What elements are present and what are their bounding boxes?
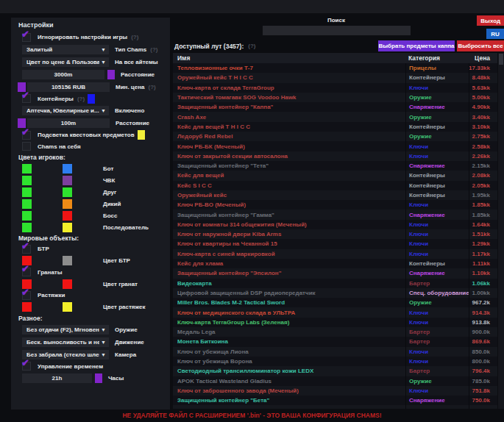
table-row[interactable]: Медаль LegaБартер900.0k <box>173 327 497 337</box>
dropdown[interactable]: Без отдачи (F2), Мгновенное п▼ <box>22 325 109 335</box>
check-icon: ✔ <box>21 241 29 251</box>
scrollbar-thumb[interactable] <box>499 54 503 65</box>
color-swatch[interactable] <box>22 187 32 197</box>
checkbox[interactable]: ✔ <box>22 131 31 140</box>
color-swatch[interactable] <box>22 164 32 174</box>
table-row[interactable]: Ледоруб Red RebelОружие2.75kk <box>173 132 497 141</box>
dropdown[interactable]: Аптечка, Ювелирные и...▼ <box>22 106 109 115</box>
help-icon[interactable]: (?) <box>150 46 157 53</box>
table-row[interactable]: Монета БиткоинаБартер869.6k <box>173 337 497 346</box>
table-row[interactable]: Ключ от убежища ЛионаКлючи850.0k <box>173 347 497 357</box>
scrollbar[interactable] <box>498 53 504 409</box>
table-row[interactable]: Crash AxeОружие3.40kk <box>173 112 497 121</box>
table-row[interactable]: Цифровой защищенный DSP радиопередатчикС… <box>173 288 497 298</box>
dropdown[interactable]: Цвет по цене & Пользователь▼ <box>22 57 109 67</box>
table-row[interactable]: Ключ от медицинского склада в УЛЬТРАКлюч… <box>173 307 497 317</box>
table-row[interactable]: Оружейный кейс T H I C CКонтейнеры8.48kk <box>173 73 497 82</box>
dropdown-label: Движение <box>115 339 144 346</box>
color-swatch[interactable] <box>138 130 145 140</box>
item-name: Цифровой защищенный DSP радиопередатчик <box>173 288 405 298</box>
color-swatch[interactable] <box>107 70 115 79</box>
color-swatch[interactable] <box>63 256 72 265</box>
item-category: Снаряжение <box>405 268 469 278</box>
table-row[interactable]: Ключ-карта TerraGroup Labs (Синяя)Ключи7… <box>173 405 497 409</box>
table-row[interactable]: Ключ от наружной двери Kiba ArmsКлючи1.5… <box>173 229 497 239</box>
text-input[interactable]: 100m <box>27 118 110 128</box>
table-row[interactable]: Ключ от заброшенного завода (Меченый)Клю… <box>173 386 497 396</box>
table-row[interactable]: Ключ от комнаты 314 общежития (Меченый)К… <box>173 220 497 229</box>
column-header-category[interactable]: Категория <box>405 54 469 62</box>
table-row[interactable]: Кейс для вещей T H I C CКонтейнеры3.10kk <box>173 122 497 132</box>
table-row[interactable]: Оружейный кейсКонтейнеры1.95kk <box>173 190 497 200</box>
item-category: Спец. оборудование <box>405 288 469 298</box>
color-swatch[interactable] <box>22 199 32 209</box>
language-button[interactable]: RU <box>486 29 504 39</box>
color-swatch[interactable] <box>22 302 32 312</box>
checkbox[interactable]: ✔ <box>22 245 31 254</box>
table-row[interactable]: Защищенный контейнер "Гамма"Снаряжение1.… <box>173 210 497 219</box>
settings-section-heading: Мировые объекты: <box>17 233 164 243</box>
color-swatch[interactable] <box>95 373 102 383</box>
color-swatch[interactable] <box>22 223 32 232</box>
column-header-price[interactable]: Цена <box>469 54 497 62</box>
color-swatch[interactable] <box>63 302 72 312</box>
item-name: Ключ от заброшенного завода (Меченый) <box>173 386 405 396</box>
table-row[interactable]: Кейс для хламаКонтейнеры1.11kk <box>173 259 497 268</box>
select-kappa-items-button[interactable]: Выбрать предметы каппа <box>378 40 455 51</box>
text-input[interactable]: 3000m <box>22 70 104 79</box>
text-input[interactable]: 21h <box>22 373 92 383</box>
loot-help-icon[interactable]: (?) <box>248 43 255 49</box>
checkbox[interactable]: ✔ <box>22 268 31 276</box>
chevron-down-icon: ▼ <box>101 108 106 113</box>
checkbox[interactable] <box>22 142 31 151</box>
table-row[interactable]: Светодиодный трансиллюминатор кожи LEDXБ… <box>173 366 497 376</box>
color-swatch[interactable] <box>22 211 32 221</box>
text-input[interactable]: 105156 RUB <box>27 82 110 92</box>
color-swatch[interactable] <box>63 176 72 185</box>
dropdown[interactable]: Без забрала (стекло шлема)▼ <box>22 350 109 360</box>
item-category: Ключи <box>405 318 469 327</box>
checkbox[interactable]: ✔ <box>22 33 31 42</box>
color-swatch[interactable] <box>88 94 95 104</box>
table-row[interactable]: Ключ от убежища ВоронаКлючи800.0k <box>173 357 497 366</box>
table-row[interactable]: Ключ от закрытой секции автосалонаКлючи2… <box>173 151 497 161</box>
color-swatch[interactable] <box>63 223 72 232</box>
item-category: Бартер <box>405 366 469 376</box>
color-swatch[interactable] <box>22 176 32 185</box>
color-swatch[interactable] <box>63 211 72 221</box>
table-row[interactable]: Ключ РБ-ВО (Меченый)Ключи1.85kk <box>173 200 497 210</box>
table-row[interactable]: Ключ-карта TerraGroup Labs (Зеленая)Ключ… <box>173 318 497 327</box>
table-row[interactable]: ВидеокартаБартер1.06kk <box>173 279 497 288</box>
search-input[interactable] <box>263 26 411 35</box>
help-icon[interactable]: (?) <box>149 84 156 90</box>
table-row[interactable]: Ключ-карта с синей маркировкойКлючи1.17k… <box>173 249 497 259</box>
checkbox[interactable]: ✔ <box>22 362 31 371</box>
table-row[interactable]: Тепловизионные очки Т-7Прицелы17.33kk <box>173 63 497 73</box>
table-row[interactable]: Кейс S I C CКонтейнеры2.05kk <box>173 181 497 190</box>
table-row[interactable]: Кейс для вещейКонтейнеры2.08kk <box>173 171 497 180</box>
table-row[interactable]: Защищенный контейнер "Каппа"Снаряжение4.… <box>173 102 497 112</box>
table-row[interactable]: Miller Bros. Blades M-2 Tactical SwordОр… <box>173 298 497 307</box>
input-label: Расстояние <box>121 71 155 78</box>
table-row[interactable]: Тактический томагавк SOG Voodoo HawkОруж… <box>173 93 497 102</box>
dropdown[interactable]: Беск. выносливость и нет уста▼ <box>22 337 109 347</box>
exit-button[interactable]: Выход <box>477 15 504 26</box>
table-row[interactable]: Защищенный контейнер "Эпсилон"Снаряжение… <box>173 268 497 278</box>
color-swatch[interactable] <box>63 199 72 209</box>
dropdown[interactable]: Залитый▼ <box>22 45 109 54</box>
checkbox[interactable]: ✔ <box>22 291 31 300</box>
table-row[interactable]: APOK Tactical Wasteland GladiusОружие785… <box>173 376 497 386</box>
color-swatch[interactable] <box>63 164 72 174</box>
table-row[interactable]: Ключ РБ-БК (Меченый)Ключи2.58kk <box>173 141 497 151</box>
table-row[interactable]: Защищенный контейнер "Тета"Снаряжение2.1… <box>173 161 497 171</box>
table-row[interactable]: Ключ от квартиры на Чеканной 15Ключи1.29… <box>173 239 497 248</box>
table-row[interactable]: Защищенный контейнер "Бета"Снаряжение750… <box>173 396 497 405</box>
checkbox[interactable]: ✔ <box>22 94 31 103</box>
color-swatch[interactable] <box>63 187 72 197</box>
help-icon[interactable]: (?) <box>77 96 85 102</box>
table-row[interactable]: Ключ-карта от склада TerraGroupКлючи5.63… <box>173 83 497 93</box>
help-icon[interactable]: (?) <box>131 34 138 40</box>
drop-all-button[interactable]: Выбросить все <box>457 40 504 51</box>
color-swatch[interactable] <box>63 279 72 289</box>
column-header-name[interactable]: Имя <box>173 54 405 62</box>
